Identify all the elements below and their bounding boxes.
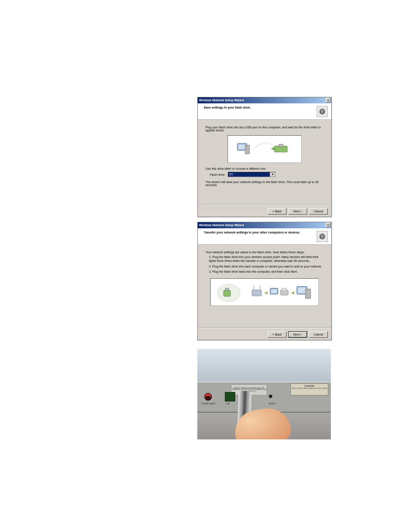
- svg-marker-21: [291, 291, 294, 295]
- svg-rect-24: [305, 289, 311, 299]
- svg-rect-18: [271, 289, 277, 293]
- dialog-footer: < Back Next > Cancel: [198, 205, 331, 217]
- svg-point-1: [322, 112, 323, 113]
- illustration-transfer-chain: [210, 278, 319, 306]
- svg-rect-3: [238, 144, 246, 149]
- wireless-wizard-icon: [317, 106, 328, 117]
- reset-button-hole: [269, 395, 272, 398]
- cancel-button[interactable]: Cancel: [309, 208, 328, 215]
- flash-drive-field: Flash drive: D:\ ▼: [210, 172, 324, 177]
- header-title: Save settings to your flash drive.: [204, 106, 327, 109]
- dialog-header: Save settings to your flash drive.: [198, 103, 331, 120]
- svg-rect-12: [224, 290, 230, 296]
- instruction-choose-drive: Use this drive letter or choose a differ…: [206, 167, 324, 170]
- step-2: 2. Plug the flash drive into each comput…: [209, 265, 324, 269]
- rca-port: [204, 393, 212, 401]
- dialog-header: Transfer your network settings to your o…: [198, 228, 331, 245]
- close-icon: ×: [327, 99, 329, 102]
- dialog-body: Your network settings are saved to the f…: [198, 245, 331, 328]
- svg-rect-13: [252, 290, 262, 296]
- header-title: Transfer your network settings to your o…: [204, 231, 327, 234]
- step-1: 1. Plug the flash drive into your wirele…: [209, 255, 324, 263]
- step-3: 3. Plug the flash drive back into this c…: [209, 270, 324, 274]
- next-button[interactable]: Next >: [288, 331, 307, 338]
- titlebar[interactable]: Wireless Network Setup Wizard ×: [198, 97, 331, 103]
- window-title: Wireless Network Setup Wizard: [199, 224, 244, 227]
- port-label-reset: RESET: [269, 402, 276, 405]
- back-button[interactable]: < Back: [268, 208, 286, 215]
- svg-marker-16: [264, 291, 268, 295]
- steps-list: 1. Plug the flash drive into your wirele…: [209, 255, 324, 274]
- next-button[interactable]: Next >: [288, 208, 307, 215]
- back-button[interactable]: < Back: [268, 331, 286, 338]
- flash-drive-value: D:\: [229, 173, 233, 176]
- svg-rect-23: [298, 287, 306, 293]
- window-title: Wireless Network Setup Wizard: [199, 99, 244, 102]
- wireless-wizard-icon: [317, 231, 328, 242]
- instruction-plug-usb: Plug your flash drive into any USB port …: [206, 126, 324, 132]
- titlebar[interactable]: Wireless Network Setup Wizard ×: [198, 222, 331, 228]
- wizard-dialog-transfer-settings: Wireless Network Setup Wizard × Transfer…: [197, 222, 332, 340]
- svg-point-9: [322, 237, 323, 238]
- close-icon: ×: [327, 224, 329, 227]
- close-button[interactable]: ×: [326, 223, 330, 227]
- port-label-lan: LAN: [226, 402, 230, 405]
- svg-rect-11: [225, 288, 229, 290]
- svg-rect-6: [279, 144, 283, 147]
- dialog-footer: < Back Next > Cancel: [198, 328, 331, 340]
- instruction-save-30s: The wizard will save your network settin…: [206, 180, 324, 187]
- intro-text: Your network settings are saved to the f…: [206, 251, 324, 254]
- svg-marker-7: [271, 147, 274, 150]
- caution-lines: RISK OF ELECTRIC SHOCK DO NOT OPEN: [292, 387, 327, 389]
- port-label-component: COMPONENT: [202, 402, 216, 405]
- svg-rect-20: [282, 288, 286, 291]
- wizard-dialog-save-settings: Wireless Network Setup Wizard × Save set…: [197, 97, 332, 217]
- dialog-body: Plug your flash drive into any USB port …: [198, 120, 331, 205]
- illustration-pc-to-usb: [227, 135, 302, 163]
- flash-drive-dropdown[interactable]: D:\ ▼: [228, 172, 275, 177]
- chevron-down-icon[interactable]: ▼: [270, 172, 275, 177]
- photo-usb-into-device: PRODUCT COMPLIES WITH DHHS RULES 21 CFR …: [197, 349, 331, 439]
- lan-port: [225, 392, 235, 401]
- close-button[interactable]: ×: [326, 98, 330, 103]
- caution-label: CAUTION RISK OF ELECTRIC SHOCK DO NOT OP…: [290, 383, 328, 395]
- flash-drive-label: Flash drive:: [210, 173, 225, 176]
- cancel-button[interactable]: Cancel: [309, 331, 328, 338]
- svg-rect-4: [245, 145, 249, 154]
